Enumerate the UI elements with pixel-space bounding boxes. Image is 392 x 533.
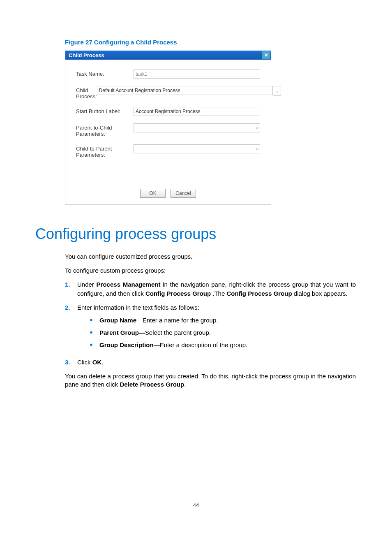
search-icon[interactable]: ⌕ <box>256 125 259 130</box>
step-number: 3. <box>65 358 77 367</box>
steps-list: 1. Under Process Management in the navig… <box>65 280 356 366</box>
child-process-select[interactable] <box>97 86 273 95</box>
start-button-label-input[interactable] <box>134 107 260 116</box>
list-item: 2. Enter information in the text fields … <box>65 303 356 353</box>
bullet-icon: ● <box>90 328 99 337</box>
step-number: 1. <box>65 280 77 298</box>
search-icon[interactable]: ⌕ <box>256 146 259 151</box>
list-item: 3. Click OK. <box>65 358 356 367</box>
start-button-label-label: Start Button Label: <box>76 107 134 116</box>
lead-in-text: To configure custom process groups: <box>65 266 356 275</box>
dialog-titlebar: Child Process ✕ <box>65 51 271 60</box>
ok-button[interactable]: OK <box>140 189 166 198</box>
c2p-label: Child-to-Parent Parameters: <box>76 144 134 158</box>
sub-list: ●Group Name—Enter a name for the group. … <box>90 316 247 349</box>
child-process-dialog: Child Process ✕ Task Name: Child Process… <box>65 51 271 205</box>
c2p-input[interactable] <box>134 144 260 153</box>
child-process-label: Child Process: <box>76 86 97 100</box>
cancel-button[interactable]: Cancel <box>171 189 196 198</box>
step-number: 2. <box>65 303 77 353</box>
intro-text: You can configure customized process gro… <box>65 253 356 261</box>
page-number: 44 <box>0 502 392 508</box>
chevron-down-icon[interactable]: ⌄ <box>273 86 281 96</box>
task-name-label: Task Name: <box>76 70 134 79</box>
list-item: ●Group Name—Enter a name for the group. <box>90 316 247 325</box>
dialog-title: Child Process <box>69 52 104 58</box>
figure-caption: Figure 27 Configuring a Child Process <box>65 39 356 46</box>
list-item: ●Group Description—Enter a description o… <box>90 341 247 350</box>
task-name-input[interactable] <box>134 70 260 79</box>
list-item: ●Parent Group—Select the parent group. <box>90 328 247 337</box>
list-item: 1. Under Process Management in the navig… <box>65 280 356 298</box>
bullet-icon: ● <box>90 341 99 350</box>
heading-configuring-process-groups: Configuring process groups <box>35 225 356 243</box>
delete-note: You can delete a process group that you … <box>65 372 356 388</box>
p2c-label: Parent-to-Child Parameters: <box>76 123 134 137</box>
p2c-input[interactable] <box>134 123 260 132</box>
bullet-icon: ● <box>90 316 99 325</box>
close-icon[interactable]: ✕ <box>262 51 270 59</box>
